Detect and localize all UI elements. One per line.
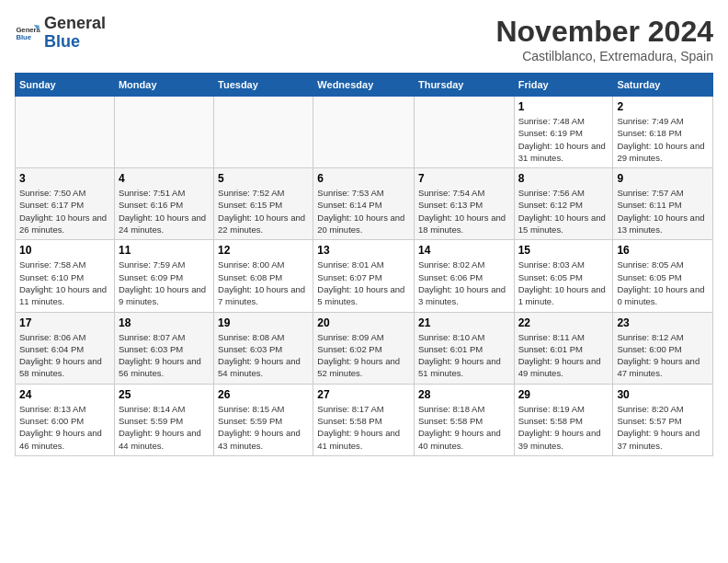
day-cell [214, 97, 313, 168]
day-number: 2 [617, 100, 709, 113]
header-saturday: Saturday [613, 74, 713, 97]
day-cell [16, 97, 115, 168]
day-info: Sunrise: 8:03 AM Sunset: 6:05 PM Dayligh… [518, 259, 609, 307]
day-info: Sunrise: 8:09 AM Sunset: 6:02 PM Dayligh… [317, 331, 410, 380]
day-cell: 13Sunrise: 8:01 AM Sunset: 6:07 PM Dayli… [313, 240, 415, 312]
day-info: Sunrise: 8:14 AM Sunset: 5:59 PM Dayligh… [119, 403, 210, 452]
day-info: Sunrise: 7:57 AM Sunset: 6:11 PM Dayligh… [617, 187, 709, 236]
header-sunday: Sunday [16, 74, 115, 97]
week-row-1: 1Sunrise: 7:48 AM Sunset: 6:19 PM Daylig… [16, 97, 713, 168]
day-cell: 28Sunrise: 8:18 AM Sunset: 5:58 PM Dayli… [414, 384, 514, 455]
day-cell: 18Sunrise: 8:07 AM Sunset: 6:03 PM Dayli… [114, 312, 213, 384]
day-number: 8 [518, 172, 609, 185]
day-cell: 4Sunrise: 7:51 AM Sunset: 6:16 PM Daylig… [114, 168, 213, 240]
day-cell: 23Sunrise: 8:12 AM Sunset: 6:00 PM Dayli… [613, 312, 713, 384]
week-row-5: 24Sunrise: 8:13 AM Sunset: 6:00 PM Dayli… [16, 384, 713, 455]
day-cell [313, 97, 415, 168]
week-row-4: 17Sunrise: 8:06 AM Sunset: 6:04 PM Dayli… [16, 312, 713, 384]
day-number: 27 [317, 388, 410, 401]
day-cell: 9Sunrise: 7:57 AM Sunset: 6:11 PM Daylig… [613, 168, 713, 240]
day-number: 5 [218, 172, 309, 185]
day-number: 14 [418, 244, 510, 257]
day-cell: 14Sunrise: 8:02 AM Sunset: 6:06 PM Dayli… [414, 240, 514, 312]
day-number: 30 [617, 388, 709, 401]
day-cell: 2Sunrise: 7:49 AM Sunset: 6:18 PM Daylig… [613, 97, 713, 168]
day-info: Sunrise: 8:12 AM Sunset: 6:00 PM Dayligh… [617, 331, 709, 380]
day-info: Sunrise: 8:08 AM Sunset: 6:03 PM Dayligh… [218, 331, 309, 380]
month-title: November 2024 [495, 15, 713, 49]
day-number: 6 [317, 172, 410, 185]
logo: General Blue General Blue [15, 15, 106, 52]
day-info: Sunrise: 8:20 AM Sunset: 5:57 PM Dayligh… [617, 403, 709, 452]
day-number: 24 [19, 388, 110, 401]
day-info: Sunrise: 7:58 AM Sunset: 6:10 PM Dayligh… [19, 259, 110, 307]
day-cell: 26Sunrise: 8:15 AM Sunset: 5:59 PM Dayli… [214, 384, 313, 455]
day-info: Sunrise: 8:15 AM Sunset: 5:59 PM Dayligh… [218, 403, 309, 452]
day-cell: 22Sunrise: 8:11 AM Sunset: 6:01 PM Dayli… [514, 312, 613, 384]
day-number: 4 [119, 172, 210, 185]
day-number: 11 [119, 244, 210, 257]
day-cell [414, 97, 514, 168]
day-cell [114, 97, 213, 168]
day-info: Sunrise: 8:07 AM Sunset: 6:03 PM Dayligh… [119, 331, 210, 380]
day-info: Sunrise: 8:13 AM Sunset: 6:00 PM Dayligh… [19, 403, 110, 452]
day-info: Sunrise: 7:59 AM Sunset: 6:09 PM Dayligh… [119, 259, 210, 307]
day-cell: 10Sunrise: 7:58 AM Sunset: 6:10 PM Dayli… [16, 240, 115, 312]
day-info: Sunrise: 8:10 AM Sunset: 6:01 PM Dayligh… [418, 331, 510, 380]
day-cell: 5Sunrise: 7:52 AM Sunset: 6:15 PM Daylig… [214, 168, 313, 240]
day-number: 17 [19, 316, 110, 329]
day-number: 15 [518, 244, 609, 257]
title-area: November 2024 Castilblanco, Extremadura,… [495, 15, 713, 63]
day-cell: 7Sunrise: 7:54 AM Sunset: 6:13 PM Daylig… [414, 168, 514, 240]
week-row-2: 3Sunrise: 7:50 AM Sunset: 6:17 PM Daylig… [16, 168, 713, 240]
calendar-table: SundayMondayTuesdayWednesdayThursdayFrid… [15, 73, 713, 456]
day-info: Sunrise: 8:06 AM Sunset: 6:04 PM Dayligh… [19, 331, 110, 380]
day-info: Sunrise: 7:51 AM Sunset: 6:16 PM Dayligh… [119, 187, 210, 236]
day-cell: 27Sunrise: 8:17 AM Sunset: 5:58 PM Dayli… [313, 384, 415, 455]
day-cell: 8Sunrise: 7:56 AM Sunset: 6:12 PM Daylig… [514, 168, 613, 240]
day-cell: 25Sunrise: 8:14 AM Sunset: 5:59 PM Dayli… [114, 384, 213, 455]
day-number: 20 [317, 316, 410, 329]
day-number: 25 [119, 388, 210, 401]
day-info: Sunrise: 8:02 AM Sunset: 6:06 PM Dayligh… [418, 259, 510, 307]
day-info: Sunrise: 7:48 AM Sunset: 6:19 PM Dayligh… [518, 115, 609, 164]
day-info: Sunrise: 7:54 AM Sunset: 6:13 PM Dayligh… [418, 187, 510, 236]
day-info: Sunrise: 8:17 AM Sunset: 5:58 PM Dayligh… [317, 403, 410, 452]
day-cell: 24Sunrise: 8:13 AM Sunset: 6:00 PM Dayli… [16, 384, 115, 455]
day-info: Sunrise: 8:19 AM Sunset: 5:58 PM Dayligh… [518, 403, 609, 452]
header-friday: Friday [514, 74, 613, 97]
header: General Blue General Blue November 2024 … [15, 15, 713, 63]
day-info: Sunrise: 7:52 AM Sunset: 6:15 PM Dayligh… [218, 187, 309, 236]
day-number: 18 [119, 316, 210, 329]
day-cell: 21Sunrise: 8:10 AM Sunset: 6:01 PM Dayli… [414, 312, 514, 384]
header-thursday: Thursday [414, 74, 514, 97]
logo-blue-text: Blue [44, 32, 80, 51]
day-cell: 11Sunrise: 7:59 AM Sunset: 6:09 PM Dayli… [114, 240, 213, 312]
header-tuesday: Tuesday [214, 74, 313, 97]
day-cell: 15Sunrise: 8:03 AM Sunset: 6:05 PM Dayli… [514, 240, 613, 312]
logo-general-text: General [44, 14, 106, 32]
day-cell: 17Sunrise: 8:06 AM Sunset: 6:04 PM Dayli… [16, 312, 115, 384]
day-number: 9 [617, 172, 709, 185]
week-row-3: 10Sunrise: 7:58 AM Sunset: 6:10 PM Dayli… [16, 240, 713, 312]
day-number: 22 [518, 316, 609, 329]
day-cell: 20Sunrise: 8:09 AM Sunset: 6:02 PM Dayli… [313, 312, 415, 384]
header-monday: Monday [114, 74, 213, 97]
day-number: 23 [617, 316, 709, 329]
logo-icon: General Blue [15, 20, 40, 46]
day-number: 19 [218, 316, 309, 329]
day-cell: 19Sunrise: 8:08 AM Sunset: 6:03 PM Dayli… [214, 312, 313, 384]
day-cell: 29Sunrise: 8:19 AM Sunset: 5:58 PM Dayli… [514, 384, 613, 455]
day-info: Sunrise: 8:11 AM Sunset: 6:01 PM Dayligh… [518, 331, 609, 380]
day-info: Sunrise: 7:53 AM Sunset: 6:14 PM Dayligh… [317, 187, 410, 236]
day-info: Sunrise: 8:05 AM Sunset: 6:05 PM Dayligh… [617, 259, 709, 307]
calendar-header-row: SundayMondayTuesdayWednesdayThursdayFrid… [16, 74, 713, 97]
day-cell: 6Sunrise: 7:53 AM Sunset: 6:14 PM Daylig… [313, 168, 415, 240]
day-cell: 16Sunrise: 8:05 AM Sunset: 6:05 PM Dayli… [613, 240, 713, 312]
day-number: 16 [617, 244, 709, 257]
day-number: 3 [19, 172, 110, 185]
day-cell: 12Sunrise: 8:00 AM Sunset: 6:08 PM Dayli… [214, 240, 313, 312]
day-info: Sunrise: 8:01 AM Sunset: 6:07 PM Dayligh… [317, 259, 410, 307]
day-cell: 30Sunrise: 8:20 AM Sunset: 5:57 PM Dayli… [613, 384, 713, 455]
day-info: Sunrise: 7:56 AM Sunset: 6:12 PM Dayligh… [518, 187, 609, 236]
